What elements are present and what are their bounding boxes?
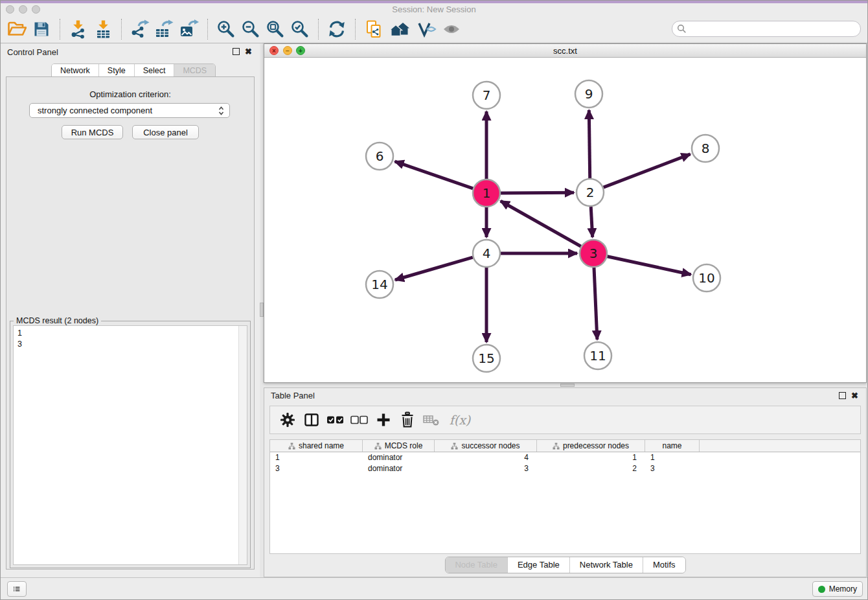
duplicate-network-button[interactable] bbox=[361, 17, 386, 41]
column-type-icon bbox=[553, 443, 560, 450]
select-all-columns-button[interactable] bbox=[326, 409, 345, 431]
search-input[interactable] bbox=[672, 21, 861, 37]
column-header-mcds-role[interactable]: MCDS role bbox=[363, 440, 435, 452]
memory-button[interactable]: Memory bbox=[812, 581, 863, 597]
svg-text:15: 15 bbox=[478, 351, 494, 366]
edge-2-8[interactable] bbox=[604, 154, 691, 187]
titlebar: Session: New Session bbox=[1, 3, 867, 15]
column-header-predecessor-nodes[interactable]: predecessor nodes bbox=[537, 440, 645, 452]
control-panel-title: Control Panel bbox=[7, 47, 58, 57]
delete-column-button[interactable] bbox=[398, 409, 417, 431]
tab-select[interactable]: Select bbox=[135, 64, 175, 78]
import-network-button[interactable] bbox=[66, 17, 91, 41]
tab-network[interactable]: Network bbox=[52, 64, 99, 78]
horizontal-splitter-handle[interactable] bbox=[560, 384, 575, 387]
table-row[interactable]: 1dominator411 bbox=[270, 452, 860, 463]
hide-visual-style-button[interactable] bbox=[415, 17, 439, 41]
export-network-button[interactable] bbox=[128, 17, 152, 41]
cell-predecessor-nodes: 2 bbox=[537, 463, 645, 474]
column-header-name[interactable]: name bbox=[645, 440, 700, 452]
mcds-result-area[interactable]: 1 3 bbox=[13, 325, 247, 565]
network-canvas[interactable]: 1234678910111415 bbox=[264, 58, 866, 382]
float-panel-icon[interactable] bbox=[233, 48, 240, 55]
optimization-criterion-select[interactable]: strongly connected component bbox=[29, 103, 230, 118]
zoom-selected-button[interactable] bbox=[288, 17, 312, 41]
edge-3-10[interactable] bbox=[608, 257, 691, 275]
deselect-all-icon bbox=[350, 414, 369, 426]
delete-table-button[interactable] bbox=[422, 409, 441, 431]
split-panel-button[interactable] bbox=[302, 409, 321, 431]
tab-style[interactable]: Style bbox=[99, 64, 135, 78]
graph-node-7[interactable]: 7 bbox=[473, 82, 500, 109]
mcds-result-scrollbar[interactable] bbox=[238, 326, 247, 564]
graph-node-8[interactable]: 8 bbox=[692, 135, 719, 162]
graph-node-4[interactable]: 4 bbox=[473, 240, 500, 267]
graph-node-11[interactable]: 11 bbox=[584, 342, 611, 369]
import-table-button[interactable] bbox=[91, 17, 115, 41]
control-panel-window-controls: ✖ bbox=[233, 48, 252, 55]
zoom-fit-button[interactable] bbox=[263, 17, 288, 41]
graph-node-14[interactable]: 14 bbox=[366, 271, 393, 298]
tab-mcds[interactable]: MCDS bbox=[174, 64, 215, 78]
close-panel-icon[interactable]: ✖ bbox=[851, 392, 858, 399]
table-row[interactable]: 3dominator323 bbox=[270, 463, 860, 474]
tab-motifs[interactable]: Motifs bbox=[643, 557, 685, 573]
horizontal-splitter[interactable] bbox=[264, 383, 868, 387]
delete-table-icon bbox=[423, 413, 440, 426]
home-networks-button[interactable] bbox=[386, 17, 415, 41]
import-table-icon bbox=[94, 19, 113, 39]
float-panel-icon[interactable] bbox=[839, 392, 846, 399]
node-table[interactable]: shared nameMCDS rolesuccessor nodesprede… bbox=[269, 439, 861, 554]
zoom-out-button[interactable] bbox=[238, 17, 263, 41]
zoom-in-button[interactable] bbox=[214, 17, 238, 41]
zoom-out-icon bbox=[241, 19, 260, 39]
window-title: Session: New Session bbox=[1, 5, 867, 14]
run-mcds-button[interactable]: Run MCDS bbox=[62, 125, 123, 139]
toolbar-separator bbox=[355, 19, 356, 40]
graph-node-9[interactable]: 9 bbox=[575, 80, 602, 108]
add-column-button[interactable] bbox=[374, 409, 393, 431]
edge-1-2[interactable] bbox=[501, 192, 574, 193]
edge-2-3[interactable] bbox=[591, 207, 593, 237]
column-header-successor-nodes[interactable]: successor nodes bbox=[435, 440, 537, 452]
svg-text:7: 7 bbox=[483, 87, 491, 103]
network-window-title: scc.txt bbox=[264, 46, 866, 56]
close-panel-button[interactable]: Close panel bbox=[132, 125, 199, 139]
network-view-window: × − + scc.txt 1234678910111415 bbox=[264, 43, 867, 383]
list-icon bbox=[13, 583, 21, 595]
edge-2-9[interactable] bbox=[589, 110, 589, 178]
show-graphics-details-button[interactable] bbox=[439, 17, 464, 41]
tab-edge-table[interactable]: Edge Table bbox=[508, 557, 570, 573]
edge-1-6[interactable] bbox=[395, 161, 474, 189]
optimization-criterion-label: Optimization criterion: bbox=[6, 89, 255, 99]
graph-node-6[interactable]: 6 bbox=[366, 143, 393, 170]
tab-network-table[interactable]: Network Table bbox=[570, 557, 643, 573]
cell-name: 1 bbox=[645, 452, 700, 463]
function-builder-button[interactable]: f(x) bbox=[446, 409, 474, 431]
graph-node-1[interactable]: 1 bbox=[473, 179, 500, 207]
deselect-all-columns-button[interactable] bbox=[350, 409, 369, 431]
graph-node-2[interactable]: 2 bbox=[577, 179, 604, 206]
refresh-layout-button[interactable] bbox=[325, 17, 349, 41]
edge-4-14[interactable] bbox=[395, 257, 473, 280]
svg-text:14: 14 bbox=[371, 277, 387, 292]
close-panel-icon[interactable]: ✖ bbox=[245, 48, 252, 55]
graph-node-3[interactable]: 3 bbox=[580, 240, 607, 267]
network-window-titlebar[interactable]: × − + scc.txt bbox=[264, 44, 866, 58]
column-header-shared-name[interactable]: shared name bbox=[270, 440, 363, 452]
edge-3-11[interactable] bbox=[594, 268, 597, 340]
graph-node-15[interactable]: 15 bbox=[473, 345, 500, 372]
trash-icon bbox=[400, 411, 415, 428]
table-toolbar: f(x) bbox=[269, 406, 861, 434]
export-image-button[interactable] bbox=[177, 17, 201, 41]
save-session-button[interactable] bbox=[29, 17, 54, 41]
task-history-button[interactable] bbox=[7, 581, 27, 597]
export-table-button[interactable] bbox=[152, 17, 177, 41]
tab-node-table[interactable]: Node Table bbox=[445, 557, 508, 573]
open-file-button[interactable] bbox=[5, 17, 29, 41]
table-settings-button[interactable] bbox=[278, 409, 297, 431]
status-bar: Memory bbox=[1, 577, 867, 599]
edge-3-1[interactable] bbox=[501, 201, 581, 246]
cell-shared-name: 3 bbox=[270, 463, 363, 474]
graph-node-10[interactable]: 10 bbox=[693, 264, 720, 292]
